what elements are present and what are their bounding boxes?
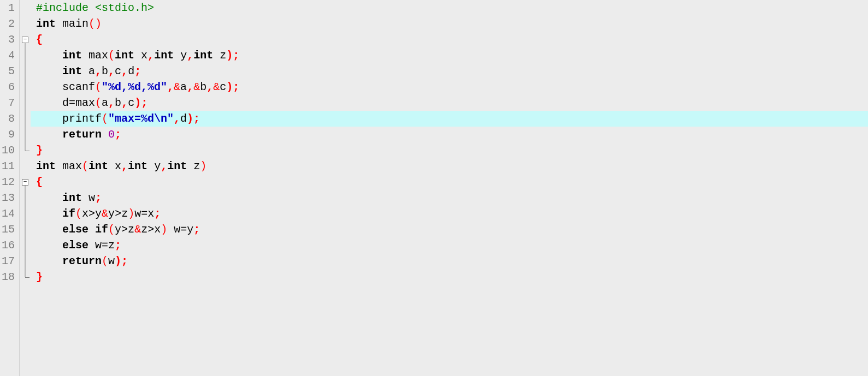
code-line[interactable]: int w;: [31, 190, 868, 206]
code-line[interactable]: scanf("%d,%d,%d",&a,&b,&c);: [31, 79, 868, 95]
token-ident: a: [102, 97, 108, 109]
token-paren: (: [108, 49, 115, 62]
token-ident: z: [108, 239, 115, 252]
token-ident: c: [220, 81, 226, 93]
code-line[interactable]: d=max(a,b,c);: [31, 95, 868, 111]
token-ident: x: [82, 207, 88, 220]
code-editor[interactable]: 123456789101112131415161718 −− #include …: [0, 0, 868, 376]
token-ident: d: [180, 112, 187, 125]
token-num: 0: [108, 128, 115, 141]
code-line[interactable]: int max(int x,int y,int z): [31, 158, 868, 174]
token-ident: y: [108, 207, 115, 220]
token-kw: int: [62, 49, 82, 62]
code-area[interactable]: #include <stdio.h>int main(){ int max(in…: [31, 0, 868, 376]
code-line[interactable]: return(w);: [31, 253, 868, 269]
token-plain: [36, 239, 62, 252]
line-number: 17: [0, 253, 16, 269]
line-number: 14: [0, 206, 16, 222]
token-ident: w: [108, 255, 115, 267]
token-punc: ;: [193, 223, 200, 236]
token-plain: [36, 128, 62, 141]
token-plain: [88, 223, 95, 236]
token-ident: z: [141, 223, 147, 236]
line-number: 4: [0, 47, 16, 63]
token-paren: ): [161, 223, 167, 236]
token-kw: int: [36, 17, 56, 30]
token-kw: int: [62, 65, 82, 77]
line-number-gutter: 123456789101112131415161718: [0, 0, 20, 376]
token-ident: y: [147, 160, 161, 172]
token-punc: ,: [206, 81, 213, 93]
token-plain: [36, 81, 62, 93]
token-ident: w: [134, 207, 141, 220]
code-line[interactable]: #include <stdio.h>: [31, 0, 868, 16]
token-plain: [36, 255, 62, 267]
token-paren: (: [95, 97, 102, 109]
token-plain: [82, 49, 88, 62]
token-ident: main: [62, 17, 88, 30]
token-ident: c: [115, 65, 121, 77]
token-kw: int: [88, 160, 108, 172]
code-line[interactable]: }: [31, 142, 868, 158]
token-ident: printf: [62, 112, 102, 125]
token-amp: &: [174, 81, 180, 93]
token-punc: ,: [187, 81, 193, 93]
token-ident: x: [147, 207, 154, 220]
token-plain: [36, 223, 62, 236]
token-plain: [56, 17, 62, 30]
token-ident: a: [180, 81, 187, 93]
code-line[interactable]: int main(): [31, 16, 868, 32]
token-ident: y: [95, 207, 102, 220]
fold-toggle-icon[interactable]: −: [22, 179, 28, 186]
code-line[interactable]: int max(int x,int y,int z);: [31, 47, 868, 63]
token-op: >: [88, 207, 95, 220]
token-punc: ,: [108, 65, 115, 77]
token-op: >: [147, 223, 154, 236]
token-paren: (): [88, 17, 102, 30]
code-line[interactable]: }: [31, 269, 868, 285]
token-ident: y: [174, 49, 187, 62]
line-number: 10: [0, 142, 16, 158]
code-line[interactable]: int a,b,c,d;: [31, 63, 868, 79]
line-number: 16: [0, 237, 16, 253]
token-ident: x: [134, 49, 147, 62]
token-punc: ,: [108, 97, 115, 109]
token-paren: (: [108, 223, 115, 236]
token-punc: ;: [115, 239, 121, 252]
token-kw: else: [62, 239, 88, 252]
code-line[interactable]: return 0;: [31, 127, 868, 142]
token-kw: if: [95, 223, 108, 236]
token-plain: [36, 65, 62, 77]
token-punc: );: [115, 255, 128, 267]
token-kw: int: [167, 160, 187, 172]
line-number: 12: [0, 174, 16, 190]
code-line[interactable]: else if(y>z&z>x) w=y;: [31, 222, 868, 237]
token-ident: d: [62, 97, 69, 109]
token-punc: ,: [121, 160, 128, 172]
token-punc: );: [226, 49, 239, 62]
code-line[interactable]: {: [31, 174, 868, 190]
token-op: =: [102, 239, 108, 252]
token-amp: &: [193, 81, 200, 93]
token-ident: w: [167, 223, 180, 236]
token-ident: scanf: [62, 81, 95, 93]
token-kw: return: [62, 128, 102, 141]
token-op: =: [180, 223, 187, 236]
fold-gutter[interactable]: −−: [20, 0, 31, 376]
token-ident: b: [115, 97, 121, 109]
token-ident: d: [128, 65, 134, 77]
token-punc: ;: [154, 207, 161, 220]
code-line[interactable]: {: [31, 32, 868, 47]
token-paren: (: [75, 207, 82, 220]
token-plain: [36, 192, 62, 204]
code-line[interactable]: else w=z;: [31, 237, 868, 253]
fold-toggle-icon[interactable]: −: [22, 37, 28, 43]
line-number: 18: [0, 269, 16, 285]
code-line[interactable]: if(x>y&y>z)w=x;: [31, 206, 868, 222]
code-line[interactable]: printf("max=%d\n",d);: [31, 111, 868, 127]
token-punc: ;: [115, 128, 121, 141]
token-kw: else: [62, 223, 88, 236]
token-paren: ): [200, 160, 206, 172]
token-ident: x: [108, 160, 121, 172]
line-number: 8: [0, 111, 16, 127]
